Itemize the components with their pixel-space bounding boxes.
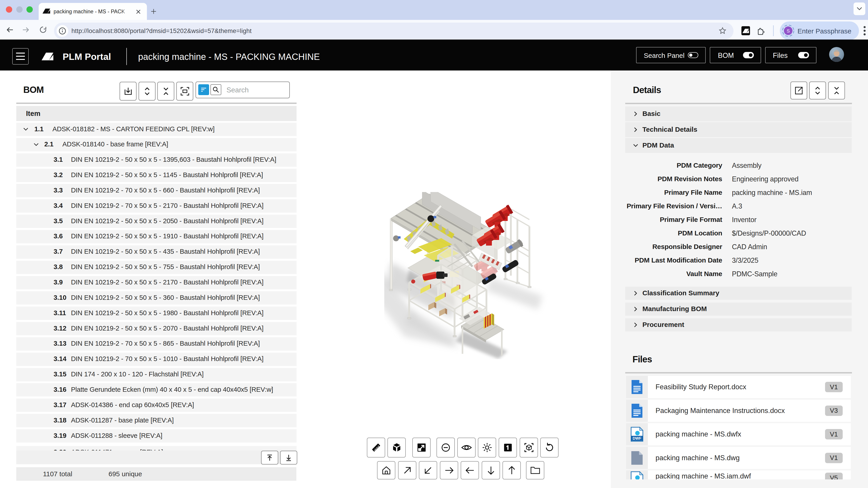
svg-text:S: S — [786, 28, 790, 33]
svg-text:DWF: DWF — [633, 436, 642, 441]
